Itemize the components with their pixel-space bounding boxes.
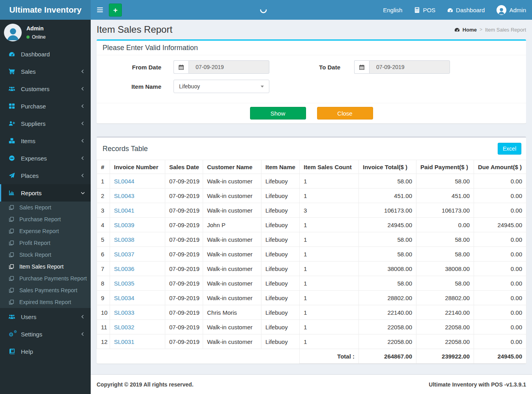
sidebar-item-sales-payments-report[interactable]: Sales Payments Report xyxy=(0,284,91,296)
show-button[interactable]: Show xyxy=(250,107,306,120)
item-name-select[interactable]: Lifebuoy xyxy=(174,80,269,93)
sidebar-item-sales-report[interactable]: Sales Report xyxy=(0,202,91,213)
table-row: 6SL003707-09-2019Walk-in customerLifebuo… xyxy=(97,247,526,261)
cell-paid-payment: 22058.00 xyxy=(416,320,474,334)
to-date-input[interactable] xyxy=(369,60,450,74)
quick-add-button[interactable]: + xyxy=(109,4,122,17)
invoice-link[interactable]: SL0031 xyxy=(114,338,134,345)
breadcrumb-home-link[interactable]: Home xyxy=(463,27,477,33)
dashboard-link[interactable]: Dashboard xyxy=(441,0,491,20)
sidebar-item-sales[interactable]: Sales xyxy=(0,63,91,80)
cell-item-sales-count: 1 xyxy=(300,247,359,261)
cell-due-amount: 0.00 xyxy=(474,247,526,261)
total-value: 24945.00 xyxy=(474,349,526,364)
sidebar-item-expired-items-report[interactable]: Expired Items Report xyxy=(0,296,91,308)
cell-customer-name: Walk-in customer xyxy=(203,320,261,334)
chevron-left-icon xyxy=(80,86,85,91)
sidebar-item-expense-report[interactable]: Expense Report xyxy=(0,225,91,237)
dashboard-icon xyxy=(9,51,17,57)
sidebar-submenu-reports: Sales ReportPurchase ReportExpense Repor… xyxy=(0,202,91,308)
sidebar-item-label: Item Sales Report xyxy=(19,263,63,270)
cell-paid-payment: 28802.00 xyxy=(416,291,474,305)
cell-item-sales-count: 1 xyxy=(300,291,359,305)
invoice-link[interactable]: SL0036 xyxy=(114,265,134,272)
cell-item-name: Lifebuoy xyxy=(261,305,300,320)
language-menu[interactable]: English xyxy=(377,0,408,20)
sidebar-item-purchase-report[interactable]: Purchase Report xyxy=(0,213,91,225)
pos-link[interactable]: POS xyxy=(408,0,441,20)
cell-customer-name: John P xyxy=(203,218,261,232)
copyright-text: Copyright © 2019 All rights reserved. xyxy=(97,381,194,388)
cell-customer-name: Walk-in customer xyxy=(203,203,261,218)
sidebar-item-suppliers[interactable]: Suppliers xyxy=(0,115,91,132)
sidebar-item-label: Customers xyxy=(21,86,50,92)
invoice-link[interactable]: SL0032 xyxy=(114,324,134,331)
sidebar-toggle-button[interactable] xyxy=(91,0,109,20)
invoice-link[interactable]: SL0037 xyxy=(114,251,134,258)
sidebar-item-items[interactable]: Items xyxy=(0,132,91,149)
cell-due-amount: 0.00 xyxy=(474,232,526,247)
user-status: Online xyxy=(26,34,46,40)
invoice-link[interactable]: SL0043 xyxy=(114,192,134,199)
cell-sales-date: 07-09-2019 xyxy=(165,261,203,276)
sidebar-item-customers[interactable]: Customers xyxy=(0,80,91,97)
cell-paid-payment: 58.00 xyxy=(416,174,474,189)
sidebar-item-label: Purchase xyxy=(21,103,46,110)
copy-icon xyxy=(9,252,17,258)
invoice-link[interactable]: SL0044 xyxy=(114,178,134,185)
grid-icon xyxy=(9,103,17,109)
user-menu[interactable]: Admin xyxy=(491,0,532,20)
excel-export-button[interactable]: Excel xyxy=(498,143,521,155)
invoice-link[interactable]: SL0033 xyxy=(114,309,134,316)
sidebar-item-users[interactable]: Users xyxy=(0,308,91,325)
cell-invoice-total: 24945.00 xyxy=(359,218,416,232)
sidebar-item-places[interactable]: Places xyxy=(0,167,91,184)
cell-: 4 xyxy=(97,218,110,232)
cell-due-amount: 0.00 xyxy=(474,174,526,189)
cell-customer-name: Walk-in customer xyxy=(203,334,261,349)
invoice-link[interactable]: SL0034 xyxy=(114,295,134,301)
cell-item-name: Lifebuoy xyxy=(261,218,300,232)
sidebar-item-help[interactable]: Help xyxy=(0,343,91,360)
records-panel: Records Table Excel #Invoice NumberSales… xyxy=(97,136,526,364)
sidebar-item-reports[interactable]: Reports xyxy=(0,184,91,202)
sidebar-item-stock-report[interactable]: Stock Report xyxy=(0,249,91,261)
cell-invoice-number: SL0044 xyxy=(110,174,165,189)
sidebar-item-profit-report[interactable]: Profit Report xyxy=(0,237,91,249)
invoice-link[interactable]: SL0039 xyxy=(114,222,134,228)
navbar: + English POS Dashboard Admin xyxy=(91,0,532,20)
sidebar-item-dashboard[interactable]: Dashboard xyxy=(0,45,91,63)
to-date-label: To Date xyxy=(311,64,354,71)
paper-plane-icon xyxy=(9,172,17,179)
filter-panel-header: Please Enter Valid Information xyxy=(97,41,526,55)
table-row: 8SL003507-09-2019Walk-in customerLifebuo… xyxy=(97,276,526,291)
cell-: 9 xyxy=(97,291,110,305)
avatar xyxy=(497,5,506,15)
sidebar-item-purchase-payments-report[interactable]: Purchase Payments Report xyxy=(0,273,91,284)
sidebar-item-purchase[interactable]: Purchase xyxy=(0,97,91,115)
cell-invoice-number: SL0034 xyxy=(110,291,165,305)
sidebar-item-expenses[interactable]: Expenses xyxy=(0,149,91,167)
invoice-link[interactable]: SL0038 xyxy=(114,236,134,243)
cell-: 2 xyxy=(97,189,110,203)
cell-invoice-total: 451.00 xyxy=(359,189,416,203)
close-button[interactable]: Close xyxy=(317,107,373,120)
brand-logo[interactable]: Ultimate Inventory xyxy=(0,0,91,20)
invoice-link[interactable]: SL0035 xyxy=(114,280,134,287)
avatar xyxy=(4,24,22,41)
sidebar-item-settings[interactable]: ⚙⚙Settings xyxy=(0,325,91,343)
cell-customer-name: Walk-in customer xyxy=(203,291,261,305)
cell-sales-date: 07-09-2019 xyxy=(165,291,203,305)
records-panel-title: Records Table xyxy=(103,145,148,153)
from-date-input[interactable] xyxy=(189,60,269,74)
invoice-link[interactable]: SL0041 xyxy=(114,207,134,214)
cell-customer-name: Walk-in customer xyxy=(203,261,261,276)
cell-item-name: Lifebuoy xyxy=(261,291,300,305)
chevron-left-icon xyxy=(80,156,85,161)
cell-item-sales-count: 3 xyxy=(300,203,359,218)
bar-chart-icon xyxy=(9,190,17,196)
cell-paid-payment: 58.00 xyxy=(416,232,474,247)
sidebar-item-item-sales-report[interactable]: Item Sales Report xyxy=(0,261,91,273)
version-text: Ultimate Inventory with POS -v1.3.9.1 xyxy=(429,381,526,388)
cell-customer-name: Walk-in customer xyxy=(203,232,261,247)
